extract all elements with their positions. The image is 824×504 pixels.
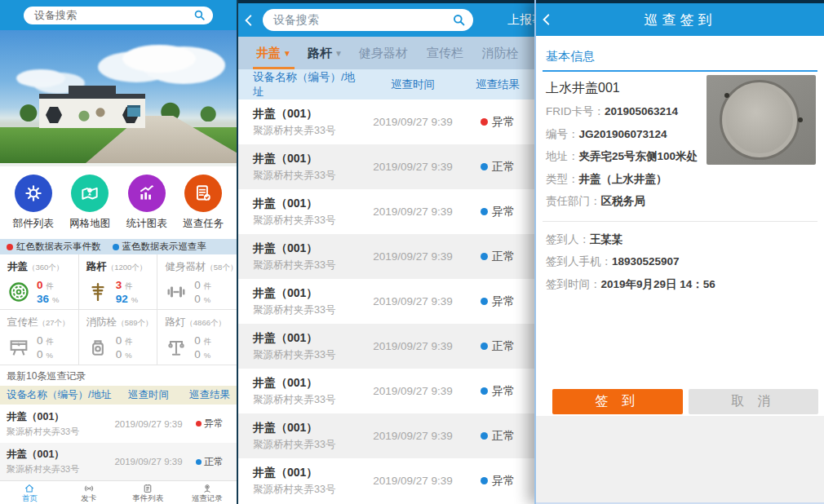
- category-tab[interactable]: 健身器材: [351, 37, 419, 69]
- device-address: 聚源桥村夹弄33号: [253, 124, 365, 138]
- stat-cell-fitness[interactable]: 健身器材（58个） 0件 0%: [157, 254, 237, 310]
- tab-label: 健身器材: [359, 46, 408, 61]
- event-count: 0: [194, 334, 201, 347]
- back-button[interactable]: [536, 12, 557, 27]
- table-row[interactable]: 井盖（001） 聚源桥村夹弄33号 2019/09/27 9:39 异常: [238, 99, 534, 144]
- home-header: 设备搜索: [0, 0, 237, 30]
- menu-item-stat-charts[interactable]: 统计图表: [122, 175, 172, 231]
- cancel-button[interactable]: 取 消: [689, 389, 819, 414]
- report-event-button[interactable]: 上报事件: [507, 12, 534, 28]
- search-icon[interactable]: [193, 8, 206, 22]
- device-name: 井盖（001）: [253, 197, 365, 211]
- stat-cell-streetlight[interactable]: 路灯（4866个） 0件 0%: [157, 310, 237, 365]
- col-device: 设备名称（编号）/地址: [238, 70, 365, 99]
- device-address: 聚源桥村夹弄33号: [253, 348, 365, 362]
- device-name: 井盖（001）: [253, 286, 365, 301]
- status-text: 正常: [492, 429, 515, 444]
- field-value: 井盖（上水井盖）: [579, 173, 667, 185]
- table-row[interactable]: 井盖（001） 聚源桥村夹弄33号 2019/09/27 9:39 正常: [0, 443, 237, 480]
- table-row[interactable]: 井盖（001） 聚源桥村夹弄33号 2019/09/27 9:39 异常: [0, 405, 237, 443]
- inspect-result: 正常: [461, 339, 534, 354]
- search-input[interactable]: 设备搜索: [263, 9, 473, 31]
- stat-name: 健身器材: [165, 261, 206, 272]
- device-name: 井盖（001）: [253, 241, 365, 256]
- unit: %: [204, 351, 210, 360]
- nav-label: 巡查记录: [192, 494, 223, 502]
- table-row[interactable]: 井盖（001） 聚源桥村夹弄33号 2019/09/27 9:39 异常: [238, 189, 534, 234]
- device-name: 井盖（001）: [253, 376, 365, 391]
- modal-body: 基本信息 上水井盖001 FRID卡号：201905063214 编号：JG20…: [536, 42, 824, 504]
- col-result: 巡查结果: [461, 77, 534, 92]
- signin-button[interactable]: 签 到: [552, 389, 683, 414]
- back-button[interactable]: [238, 13, 259, 28]
- device-address: 聚源桥村夹弄33号: [253, 393, 365, 407]
- event-count: 3: [116, 279, 122, 291]
- category-tab[interactable]: 路杆 ▼: [299, 37, 351, 69]
- modal-header: 巡查签到: [536, 3, 824, 36]
- nav-item-issue-card[interactable]: 发卡: [60, 481, 119, 504]
- nav-item-event-list[interactable]: 事件列表: [118, 481, 178, 504]
- billboard-icon: [7, 336, 30, 359]
- status-dot-icon: [481, 387, 488, 395]
- status-text: 正常: [492, 339, 515, 354]
- field-label: 签到时间：: [546, 278, 601, 290]
- status-dot-icon: [481, 208, 488, 215]
- device-address: 聚源桥村夹弄33号: [253, 303, 365, 317]
- stat-cell-billboard[interactable]: 宣传栏（27个） 0件 0%: [0, 310, 79, 365]
- table-row[interactable]: 井盖（001） 聚源桥村夹弄33号 2019/09/27 9:39 正常: [238, 234, 534, 279]
- search-input[interactable]: 设备搜索: [24, 7, 213, 24]
- menu-item-parts-list[interactable]: 部件列表: [8, 175, 59, 231]
- nav-item-patrol-records[interactable]: 巡查记录: [178, 481, 237, 504]
- records-table: 井盖（001） 聚源桥村夹弄33号 2019/09/27 9:39 异常 井盖（…: [0, 405, 237, 480]
- col-time: 巡查时间: [114, 388, 183, 402]
- patrol-rate: 0: [116, 348, 122, 360]
- category-tab[interactable]: 宣传栏: [419, 37, 474, 69]
- table-row[interactable]: 井盖（001） 聚源桥村夹弄33号 2019/09/27 9:39 正常: [238, 413, 534, 458]
- table-row[interactable]: 井盖（001） 聚源桥村夹弄33号 2019/09/27 9:39 正常: [238, 144, 534, 189]
- status-dot-icon: [481, 118, 488, 126]
- col-result: 巡查结果: [183, 388, 237, 402]
- dumbbell-icon: [165, 281, 188, 303]
- modal-footer-area: [536, 416, 824, 502]
- search-placeholder: 设备搜索: [273, 13, 451, 28]
- bolt: [798, 117, 803, 122]
- field-label: 地址：: [546, 150, 579, 162]
- stat-cell-pole[interactable]: 路杆（1200个） 3件 92%: [79, 254, 158, 310]
- legend-item: 红色数据表示事件数: [7, 241, 101, 253]
- cloud: [122, 45, 196, 73]
- unit: %: [204, 295, 210, 304]
- inspect-time: 2019/09/27 9:39: [365, 430, 461, 442]
- field-label: 签到人手机：: [546, 255, 612, 267]
- field-value: 18930525907: [612, 255, 680, 267]
- table-row[interactable]: 井盖（001） 聚源桥村夹弄33号 2019/09/27 9:39 异常: [238, 369, 534, 413]
- stat-cell-manhole[interactable]: 井盖（360个） 0件 36%: [0, 254, 79, 310]
- category-tab[interactable]: 井盖 ▼: [248, 37, 299, 69]
- unit: 件: [47, 337, 55, 346]
- inspect-result: 正常: [461, 250, 534, 264]
- stat-cell-hydrant[interactable]: 消防栓（589个） 0件 0%: [79, 310, 158, 365]
- legend-text: 蓝色数据表示巡查率: [122, 241, 207, 253]
- category-tabs: 井盖 ▼ 路杆 ▼ 健身器材 宣传栏: [238, 37, 534, 69]
- field-value: 2019年9月29日 14：56: [601, 278, 715, 290]
- table-row[interactable]: 井盖（001） 聚源桥村夹弄33号 2019/09/27 9:39 异常: [238, 458, 534, 503]
- patrol-rate: 0: [194, 293, 201, 305]
- table-row[interactable]: 井盖（001） 聚源桥村夹弄33号 2019/09/27 9:39 正常: [238, 324, 534, 369]
- home-screen: 设备搜索 部件列表: [0, 0, 237, 504]
- bottom-nav: 首页 发卡 事件列表 巡查记录: [0, 480, 237, 504]
- device-address: 聚源桥村夹弄33号: [253, 483, 365, 497]
- category-tab[interactable]: 消防栓: [474, 37, 529, 69]
- stat-total: （589个）: [117, 318, 153, 327]
- legend-item: 蓝色数据表示巡查率: [113, 241, 207, 253]
- menu-item-grid-map[interactable]: 网格地图: [64, 175, 115, 231]
- device-address: 聚源桥村夹弄33号: [253, 438, 365, 452]
- table-row[interactable]: 井盖（001） 聚源桥村夹弄33号 2019/09/27 9:39 异常: [238, 279, 534, 324]
- back-chevron-icon: [241, 13, 256, 28]
- modal-actions: 签 到 取 消: [552, 389, 818, 414]
- nav-item-home[interactable]: 首页: [0, 481, 60, 504]
- device-list-screen: 设备搜索 上报事件 井盖 ▼ 路杆 ▼ 健身器材: [237, 0, 534, 504]
- rfid-signal-icon: [83, 483, 95, 494]
- task-doc-icon: [184, 175, 222, 212]
- search-icon[interactable]: [451, 12, 467, 28]
- menu-item-patrol-tasks[interactable]: 巡查任务: [178, 175, 228, 231]
- streetlight-icon: [165, 336, 188, 359]
